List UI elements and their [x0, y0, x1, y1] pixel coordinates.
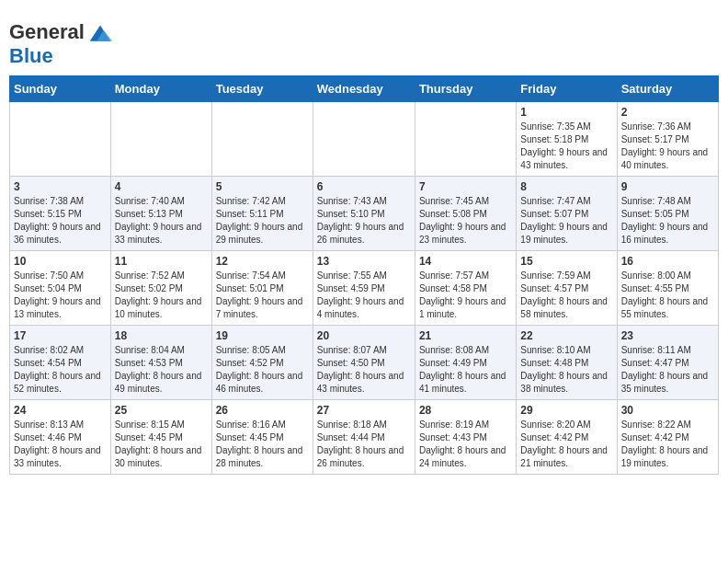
- day-info: Sunrise: 7:42 AM Sunset: 5:11 PM Dayligh…: [216, 195, 309, 247]
- day-number: 5: [216, 180, 309, 193]
- calendar-cell: 3Sunrise: 7:38 AM Sunset: 5:15 PM Daylig…: [10, 177, 111, 251]
- day-info: Sunrise: 7:47 AM Sunset: 5:07 PM Dayligh…: [520, 195, 612, 247]
- day-info: Sunrise: 8:02 AM Sunset: 4:54 PM Dayligh…: [14, 344, 107, 396]
- calendar-cell: 9Sunrise: 7:48 AM Sunset: 5:05 PM Daylig…: [617, 177, 718, 251]
- day-number: 3: [14, 180, 107, 193]
- day-number: 24: [14, 404, 107, 417]
- day-number: 30: [621, 404, 714, 417]
- header: General Blue: [9, 9, 719, 66]
- calendar-cell: 4Sunrise: 7:40 AM Sunset: 5:13 PM Daylig…: [110, 177, 211, 251]
- calendar-cell: 22Sunrise: 8:10 AM Sunset: 4:48 PM Dayli…: [517, 326, 617, 400]
- day-info: Sunrise: 8:00 AM Sunset: 4:55 PM Dayligh…: [621, 270, 714, 321]
- day-header-thursday: Thursday: [415, 76, 516, 102]
- calendar-cell: 29Sunrise: 8:20 AM Sunset: 4:42 PM Dayli…: [517, 400, 617, 475]
- day-info: Sunrise: 8:15 AM Sunset: 4:45 PM Dayligh…: [115, 419, 208, 470]
- day-info: Sunrise: 7:59 AM Sunset: 4:57 PM Dayligh…: [520, 270, 612, 321]
- day-number: 7: [419, 180, 512, 193]
- calendar-cell: 1Sunrise: 7:35 AM Sunset: 5:18 PM Daylig…: [517, 102, 617, 177]
- day-number: 1: [520, 106, 612, 119]
- day-number: 21: [419, 329, 512, 342]
- logo-icon: [86, 18, 114, 46]
- day-info: Sunrise: 8:19 AM Sunset: 4:43 PM Dayligh…: [419, 419, 512, 470]
- day-number: 19: [216, 329, 309, 342]
- day-info: Sunrise: 8:05 AM Sunset: 4:52 PM Dayligh…: [216, 344, 309, 396]
- day-number: 22: [520, 329, 612, 342]
- calendar-cell: 27Sunrise: 8:18 AM Sunset: 4:44 PM Dayli…: [313, 400, 415, 475]
- calendar-cell: 14Sunrise: 7:57 AM Sunset: 4:58 PM Dayli…: [415, 251, 516, 326]
- day-info: Sunrise: 8:22 AM Sunset: 4:42 PM Dayligh…: [621, 419, 714, 470]
- day-number: 14: [419, 255, 512, 268]
- calendar-cell: 15Sunrise: 7:59 AM Sunset: 4:57 PM Dayli…: [517, 251, 617, 326]
- day-info: Sunrise: 8:13 AM Sunset: 4:46 PM Dayligh…: [14, 419, 107, 470]
- calendar-cell: 28Sunrise: 8:19 AM Sunset: 4:43 PM Dayli…: [415, 400, 516, 475]
- logo-text-general: General: [9, 22, 85, 42]
- day-number: 2: [621, 106, 714, 119]
- calendar-cell: [110, 102, 211, 177]
- calendar-cell: 26Sunrise: 8:16 AM Sunset: 4:45 PM Dayli…: [211, 400, 313, 475]
- calendar-cell: 2Sunrise: 7:36 AM Sunset: 5:17 PM Daylig…: [617, 102, 718, 177]
- day-number: 28: [419, 404, 512, 417]
- day-header-tuesday: Tuesday: [211, 76, 313, 102]
- day-number: 8: [520, 180, 612, 193]
- day-info: Sunrise: 8:18 AM Sunset: 4:44 PM Dayligh…: [317, 419, 411, 470]
- calendar-cell: 25Sunrise: 8:15 AM Sunset: 4:45 PM Dayli…: [110, 400, 211, 475]
- day-info: Sunrise: 7:52 AM Sunset: 5:02 PM Dayligh…: [115, 270, 208, 321]
- day-header-monday: Monday: [110, 76, 211, 102]
- day-header-saturday: Saturday: [617, 76, 718, 102]
- calendar-cell: 30Sunrise: 8:22 AM Sunset: 4:42 PM Dayli…: [617, 400, 718, 475]
- calendar-cell: 23Sunrise: 8:11 AM Sunset: 4:47 PM Dayli…: [617, 326, 718, 400]
- day-info: Sunrise: 7:38 AM Sunset: 5:15 PM Dayligh…: [14, 195, 107, 247]
- day-number: 11: [115, 255, 208, 268]
- week-row-0: 1Sunrise: 7:35 AM Sunset: 5:18 PM Daylig…: [10, 102, 719, 177]
- calendar-cell: 24Sunrise: 8:13 AM Sunset: 4:46 PM Dayli…: [10, 400, 111, 475]
- day-number: 25: [115, 404, 208, 417]
- day-number: 15: [520, 255, 612, 268]
- calendar-cell: 10Sunrise: 7:50 AM Sunset: 5:04 PM Dayli…: [10, 251, 111, 326]
- calendar-cell: [211, 102, 313, 177]
- calendar-cell: 11Sunrise: 7:52 AM Sunset: 5:02 PM Dayli…: [110, 251, 211, 326]
- day-info: Sunrise: 7:35 AM Sunset: 5:18 PM Dayligh…: [520, 121, 612, 172]
- calendar-body: 1Sunrise: 7:35 AM Sunset: 5:18 PM Daylig…: [10, 102, 719, 475]
- calendar-cell: [10, 102, 111, 177]
- day-info: Sunrise: 7:55 AM Sunset: 4:59 PM Dayligh…: [317, 270, 411, 321]
- day-info: Sunrise: 8:16 AM Sunset: 4:45 PM Dayligh…: [216, 419, 309, 470]
- day-info: Sunrise: 7:45 AM Sunset: 5:08 PM Dayligh…: [419, 195, 512, 247]
- day-number: 27: [317, 404, 411, 417]
- day-number: 6: [317, 180, 411, 193]
- day-number: 9: [621, 180, 714, 193]
- calendar-cell: [415, 102, 516, 177]
- day-number: 16: [621, 255, 714, 268]
- calendar-cell: 7Sunrise: 7:45 AM Sunset: 5:08 PM Daylig…: [415, 177, 516, 251]
- day-info: Sunrise: 7:43 AM Sunset: 5:10 PM Dayligh…: [317, 195, 411, 247]
- day-header-sunday: Sunday: [10, 76, 111, 102]
- day-number: 4: [115, 180, 208, 193]
- day-info: Sunrise: 7:50 AM Sunset: 5:04 PM Dayligh…: [14, 270, 107, 321]
- calendar-header-row: SundayMondayTuesdayWednesdayThursdayFrid…: [10, 76, 719, 102]
- week-row-1: 3Sunrise: 7:38 AM Sunset: 5:15 PM Daylig…: [10, 177, 719, 251]
- day-info: Sunrise: 8:11 AM Sunset: 4:47 PM Dayligh…: [621, 344, 714, 396]
- day-info: Sunrise: 8:10 AM Sunset: 4:48 PM Dayligh…: [520, 344, 612, 396]
- calendar-cell: 17Sunrise: 8:02 AM Sunset: 4:54 PM Dayli…: [10, 326, 111, 400]
- calendar-cell: 16Sunrise: 8:00 AM Sunset: 4:55 PM Dayli…: [617, 251, 718, 326]
- day-info: Sunrise: 8:08 AM Sunset: 4:49 PM Dayligh…: [419, 344, 512, 396]
- day-info: Sunrise: 7:57 AM Sunset: 4:58 PM Dayligh…: [419, 270, 512, 321]
- calendar-cell: 13Sunrise: 7:55 AM Sunset: 4:59 PM Dayli…: [313, 251, 415, 326]
- calendar-cell: 12Sunrise: 7:54 AM Sunset: 5:01 PM Dayli…: [211, 251, 313, 326]
- calendar-cell: 5Sunrise: 7:42 AM Sunset: 5:11 PM Daylig…: [211, 177, 313, 251]
- calendar-cell: 21Sunrise: 8:08 AM Sunset: 4:49 PM Dayli…: [415, 326, 516, 400]
- calendar-cell: 20Sunrise: 8:07 AM Sunset: 4:50 PM Dayli…: [313, 326, 415, 400]
- day-number: 10: [14, 255, 107, 268]
- day-number: 17: [14, 329, 107, 342]
- day-info: Sunrise: 8:04 AM Sunset: 4:53 PM Dayligh…: [115, 344, 208, 396]
- calendar-cell: 18Sunrise: 8:04 AM Sunset: 4:53 PM Dayli…: [110, 326, 211, 400]
- day-number: 12: [216, 255, 309, 268]
- day-number: 20: [317, 329, 411, 342]
- day-info: Sunrise: 8:07 AM Sunset: 4:50 PM Dayligh…: [317, 344, 411, 396]
- calendar-cell: 19Sunrise: 8:05 AM Sunset: 4:52 PM Dayli…: [211, 326, 313, 400]
- week-row-2: 10Sunrise: 7:50 AM Sunset: 5:04 PM Dayli…: [10, 251, 719, 326]
- day-number: 13: [317, 255, 411, 268]
- day-number: 23: [621, 329, 714, 342]
- day-number: 29: [520, 404, 612, 417]
- calendar: SundayMondayTuesdayWednesdayThursdayFrid…: [9, 75, 719, 475]
- week-row-4: 24Sunrise: 8:13 AM Sunset: 4:46 PM Dayli…: [10, 400, 719, 475]
